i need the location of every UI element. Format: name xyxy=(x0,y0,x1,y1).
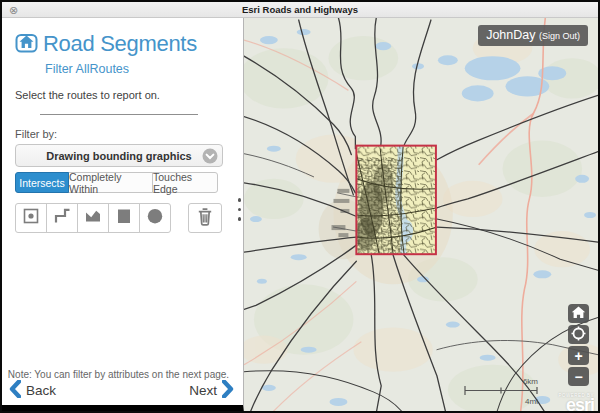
chevron-right-icon xyxy=(222,380,234,401)
tab-intersects[interactable]: Intersects xyxy=(15,172,69,193)
draw-rectangle-button[interactable] xyxy=(108,203,140,233)
dropdown-value: Drawing bounding graphics xyxy=(46,150,191,162)
filter-method-dropdown[interactable]: Drawing bounding graphics xyxy=(15,144,223,167)
scale-mi-label: 4mi xyxy=(462,398,538,407)
locate-button[interactable] xyxy=(568,325,589,344)
polygon-icon xyxy=(83,206,103,230)
panel-resize-handle[interactable] xyxy=(238,198,242,221)
point-icon xyxy=(21,206,41,230)
trash-icon xyxy=(195,206,215,231)
user-account-button[interactable]: JohnDay (Sign Out) xyxy=(478,25,588,46)
user-name: JohnDay xyxy=(486,28,535,42)
close-icon[interactable]: ⊗ xyxy=(9,2,18,18)
scale-bar: 6km 4mi xyxy=(462,378,538,407)
draw-polyline-button[interactable] xyxy=(46,203,78,233)
draw-polygon-button[interactable] xyxy=(77,203,109,233)
next-button[interactable]: Next xyxy=(189,380,234,401)
filter-by-label: Filter by: xyxy=(15,128,243,140)
polyline-icon xyxy=(52,206,72,230)
draw-circle-button[interactable] xyxy=(139,203,171,233)
esri-logo: esri xyxy=(558,398,594,412)
window-title: Esri Roads and Highways xyxy=(242,4,358,15)
back-label: Back xyxy=(26,383,56,398)
divider xyxy=(40,114,198,115)
chevron-left-icon xyxy=(9,380,21,401)
sign-out-link[interactable]: (Sign Out) xyxy=(539,31,580,41)
home-extent-button[interactable] xyxy=(568,304,589,323)
title-bar: ⊗ Esri Roads and Highways xyxy=(2,2,598,18)
page-title: Road Segments xyxy=(43,31,197,57)
circle-icon xyxy=(145,206,165,230)
zoom-out-button[interactable]: − xyxy=(568,367,589,386)
scale-km-label: 6km xyxy=(462,378,538,387)
home-icon xyxy=(571,306,586,321)
draw-toolbar xyxy=(15,203,243,233)
wizard-footer: Back Next xyxy=(9,380,234,401)
scale-bar-line xyxy=(464,386,538,395)
app-window: ⊗ Esri Roads and Highways Road Segments … xyxy=(0,0,600,413)
note-text: Note: You can filter by attributes on th… xyxy=(2,369,235,380)
plus-icon: + xyxy=(574,349,582,363)
instruction-text: Select the routes to report on. xyxy=(15,89,243,101)
draw-point-button[interactable] xyxy=(15,203,47,233)
panel-subtitle: Filter AllRoutes xyxy=(45,62,243,76)
minus-icon: − xyxy=(574,370,582,384)
delete-graphics-button[interactable] xyxy=(188,203,222,233)
spatial-filter-tabs: Intersects Completely Within Touches Edg… xyxy=(15,172,243,193)
tab-completely-within[interactable]: Completely Within xyxy=(68,172,153,193)
powered-by-label: POWERED BY xyxy=(558,393,594,398)
back-button[interactable]: Back xyxy=(9,380,56,401)
chevron-down-icon[interactable] xyxy=(202,148,218,164)
rectangle-icon xyxy=(114,206,134,230)
selection-graphic xyxy=(355,146,437,256)
zoom-in-button[interactable]: + xyxy=(568,346,589,365)
map-view[interactable]: JohnDay (Sign Out) + − 6km 4mi xyxy=(244,18,598,413)
esri-attribution: POWERED BY esri xyxy=(558,393,594,412)
home-icon xyxy=(15,31,38,57)
locate-icon xyxy=(571,326,586,343)
next-label: Next xyxy=(189,383,217,398)
road-segments-panel: Road Segments Filter AllRoutes Select th… xyxy=(2,18,244,413)
map-canvas[interactable] xyxy=(244,18,598,413)
tab-touches-edge[interactable]: Touches Edge xyxy=(152,172,218,193)
map-controls: + − xyxy=(568,304,589,386)
